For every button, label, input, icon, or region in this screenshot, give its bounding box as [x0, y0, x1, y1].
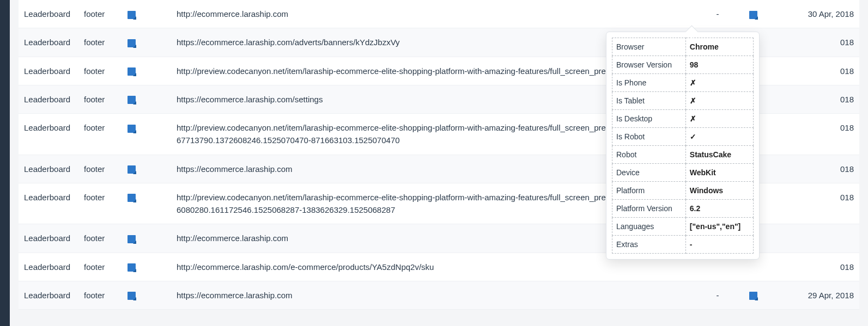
cell-note-icon[interactable]	[122, 114, 171, 155]
cell-date: 018	[772, 183, 859, 224]
cell-note-icon[interactable]	[122, 57, 171, 85]
cell-slot: footer	[78, 114, 122, 155]
cell-note-icon[interactable]	[122, 224, 171, 253]
popover-label: Robot	[612, 146, 686, 164]
cell-banner-type: Leaderboard	[19, 224, 78, 253]
table-row: Leaderboardfooterhttp://ecommerce.larash…	[19, 0, 859, 28]
cell-slot: footer	[78, 183, 122, 224]
note-icon[interactable]	[128, 125, 136, 133]
popover-value: Chrome	[685, 38, 753, 56]
cell-date	[772, 224, 859, 253]
note-icon[interactable]	[128, 67, 136, 76]
popover-row: DeviceWebKit	[612, 164, 754, 182]
popover-label: Is Tablet	[612, 92, 686, 110]
note-icon[interactable]	[128, 292, 136, 300]
popover-row: Platform Version6.2	[612, 200, 754, 218]
cell-slot: footer	[78, 0, 122, 28]
cell-note-icon[interactable]	[122, 183, 171, 224]
popover-label: Extras	[612, 236, 686, 254]
cell-slot: footer	[78, 155, 122, 183]
note-icon[interactable]	[128, 165, 136, 174]
visitor-info-popover: BrowserChromeBrowser Version98Is Phone✗I…	[606, 32, 760, 260]
cell-url: http://ecommerce.laraship.com	[171, 0, 701, 28]
cell-slot: footer	[78, 224, 122, 253]
popover-row: Is Desktop✗	[612, 110, 754, 128]
cell-date: 30 Apr, 2018	[772, 0, 859, 28]
cell-note-icon[interactable]	[122, 281, 171, 309]
note-icon[interactable]	[128, 11, 136, 19]
cell-date: 018	[772, 28, 859, 57]
cell-note-icon[interactable]	[122, 155, 171, 183]
note-icon[interactable]	[128, 194, 136, 202]
cell-date: 29 Apr, 2018	[772, 281, 859, 309]
popover-row: BrowserChrome	[612, 38, 754, 56]
note-icon[interactable]	[128, 235, 136, 243]
cell-dash: -	[701, 281, 734, 309]
popover-value: ["en-us","en"]	[685, 218, 753, 236]
note-icon[interactable]	[128, 96, 136, 104]
popover-row: Languages["en-us","en"]	[612, 218, 754, 236]
note-icon[interactable]	[128, 263, 136, 272]
popover-label: Browser Version	[612, 56, 686, 74]
popover-label: Platform Version	[612, 200, 686, 218]
visitor-info-table: BrowserChromeBrowser Version98Is Phone✗I…	[612, 38, 754, 254]
cell-date: 018	[772, 155, 859, 183]
cell-note-icon[interactable]	[122, 253, 171, 281]
popover-value: WebKit	[685, 164, 753, 182]
popover-label: Is Desktop	[612, 110, 686, 128]
cell-date: 018	[772, 57, 859, 85]
popover-label: Browser	[612, 38, 686, 56]
table-row: Leaderboardfooterhttps://ecommerce.laras…	[19, 281, 859, 309]
note-icon[interactable]	[128, 39, 136, 47]
cell-slot: footer	[78, 28, 122, 57]
popover-label: Is Phone	[612, 74, 686, 92]
popover-value: ✗	[685, 74, 753, 92]
cell-dash: -	[701, 0, 734, 28]
cell-banner-type: Leaderboard	[19, 114, 78, 155]
popover-row: Browser Version98	[612, 56, 754, 74]
popover-row: Is Robot✓	[612, 128, 754, 146]
cell-slot: footer	[78, 57, 122, 85]
popover-label: Is Robot	[612, 128, 686, 146]
info-icon[interactable]	[749, 11, 757, 19]
popover-label: Platform	[612, 182, 686, 200]
cell-banner-type: Leaderboard	[19, 0, 78, 28]
popover-value: Windows	[685, 182, 753, 200]
cell-banner-type: Leaderboard	[19, 85, 78, 113]
cell-url: https://ecommerce.laraship.com	[171, 281, 701, 309]
popover-value: ✗	[685, 92, 753, 110]
cell-slot: footer	[78, 281, 122, 309]
cell-note-icon[interactable]	[122, 0, 171, 28]
cell-note-icon[interactable]	[122, 85, 171, 113]
popover-value: 98	[685, 56, 753, 74]
cell-banner-type: Leaderboard	[19, 155, 78, 183]
popover-value: StatusCake	[685, 146, 753, 164]
popover-row: RobotStatusCake	[612, 146, 754, 164]
cell-date: 018	[772, 85, 859, 113]
cell-info-icon[interactable]	[734, 0, 772, 28]
popover-row: PlatformWindows	[612, 182, 754, 200]
popover-value: 6.2	[685, 200, 753, 218]
popover-label: Languages	[612, 218, 686, 236]
popover-value: -	[685, 236, 753, 254]
popover-row: Is Tablet✗	[612, 92, 754, 110]
cell-slot: footer	[78, 85, 122, 113]
info-icon[interactable]	[749, 292, 757, 300]
cell-banner-type: Leaderboard	[19, 281, 78, 309]
sidebar-edge	[0, 0, 10, 326]
cell-note-icon[interactable]	[122, 28, 171, 57]
cell-slot: footer	[78, 253, 122, 281]
popover-value: ✗	[685, 110, 753, 128]
cell-banner-type: Leaderboard	[19, 183, 78, 224]
cell-info-icon[interactable]	[734, 281, 772, 309]
cell-banner-type: Leaderboard	[19, 57, 78, 85]
cell-banner-type: Leaderboard	[19, 28, 78, 57]
cell-date: 018	[772, 253, 859, 281]
popover-label: Device	[612, 164, 686, 182]
cell-banner-type: Leaderboard	[19, 253, 78, 281]
cell-date: 018	[772, 114, 859, 155]
popover-row: Is Phone✗	[612, 74, 754, 92]
popover-value: ✓	[685, 128, 753, 146]
popover-row: Extras-	[612, 236, 754, 254]
